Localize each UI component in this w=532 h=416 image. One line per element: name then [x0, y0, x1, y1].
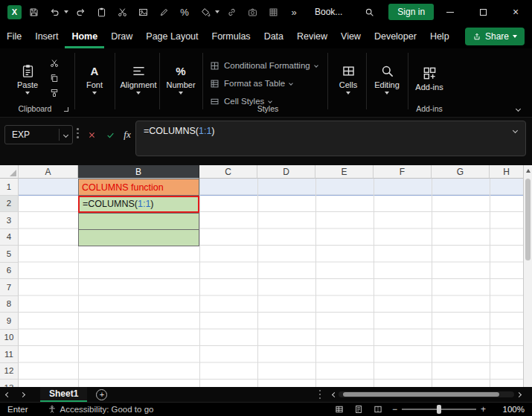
qat-overflow-icon[interactable]: » [285, 2, 303, 22]
normal-view-button[interactable] [330, 403, 349, 415]
vertical-scroll-thumb[interactable] [525, 179, 531, 260]
name-box-chevron[interactable] [63, 132, 68, 137]
tab-file[interactable]: File [0, 24, 28, 48]
sheet-nav-left-chevron[interactable] [0, 393, 15, 397]
row-header-5[interactable]: 5 [0, 246, 19, 263]
draw-pen-icon[interactable] [155, 2, 173, 22]
format-painter-button[interactable] [48, 87, 61, 99]
row-header-2[interactable]: 2 [0, 196, 19, 213]
tab-page-layout[interactable]: Page Layout [139, 24, 205, 48]
alignment-group-button[interactable]: Alignment [118, 54, 159, 103]
row-header-8[interactable]: 8 [0, 296, 19, 313]
column-header-a[interactable]: A [19, 165, 78, 179]
add-sheet-button[interactable]: + [96, 389, 107, 400]
tab-home[interactable]: Home [65, 24, 104, 48]
cut-icon[interactable] [113, 2, 131, 22]
undo-icon[interactable] [45, 2, 63, 22]
cancel-button[interactable] [83, 125, 100, 144]
undo-dropdown-caret[interactable] [64, 10, 68, 13]
cells-area[interactable]: COLUMNS function =COLUMNS(1:1) [19, 179, 523, 387]
row-header-1[interactable]: 1 [0, 179, 19, 196]
cell-b1[interactable]: COLUMNS function [78, 179, 199, 196]
page-layout-view-button[interactable] [349, 403, 368, 415]
column-header-g[interactable]: G [432, 165, 490, 179]
row-header-11[interactable]: 11 [0, 346, 19, 363]
share-button[interactable]: Share [465, 28, 525, 45]
format-as-table-button[interactable]: Format as Table [210, 75, 326, 92]
row-header-10[interactable]: 10 [0, 330, 19, 347]
tab-draw[interactable]: Draw [104, 24, 139, 48]
row-header-7[interactable]: 7 [0, 279, 19, 296]
redo-icon[interactable] [71, 2, 89, 22]
camera-icon[interactable] [243, 2, 261, 22]
column-header-c[interactable]: C [199, 165, 257, 179]
zoom-in-button[interactable]: + [476, 404, 490, 415]
save-icon[interactable] [25, 2, 42, 22]
tab-review[interactable]: Review [290, 24, 334, 48]
page-break-preview-button[interactable] [368, 403, 388, 415]
zoom-level[interactable]: 100% [490, 405, 525, 414]
formula-input[interactable]: =COLUMNS(1:1) [135, 121, 526, 156]
fill-color-caret[interactable] [215, 10, 219, 13]
column-header-d[interactable]: D [257, 165, 315, 179]
insert-function-button[interactable]: fx [119, 125, 135, 144]
addins-button[interactable]: Add-ins [411, 54, 448, 103]
sheet-nav-right-chevron[interactable] [15, 393, 30, 397]
row-header-9[interactable]: 9 [0, 313, 19, 330]
editing-group-button[interactable]: Editing [369, 54, 405, 103]
column-header-b[interactable]: B [78, 165, 199, 179]
close-button[interactable]: × [499, 0, 532, 24]
tab-help[interactable]: Help [423, 24, 456, 48]
vertical-scrollbar[interactable] [523, 165, 532, 387]
minimize-button[interactable] [434, 0, 467, 24]
conditional-formatting-button[interactable]: Conditional Formatting [210, 57, 326, 74]
maximize-button[interactable] [467, 0, 499, 24]
tab-formulas[interactable]: Formulas [205, 24, 257, 48]
number-group-button[interactable]: % Number [162, 54, 199, 103]
column-header-h[interactable]: H [490, 165, 523, 179]
row-header-4[interactable]: 4 [0, 229, 19, 246]
tab-insert[interactable]: Insert [28, 24, 65, 48]
sign-in-button[interactable]: Sign in [388, 4, 434, 20]
tab-view[interactable]: View [334, 24, 368, 48]
fill-color-icon[interactable] [196, 2, 214, 22]
row-header-13[interactable]: 13 [0, 380, 19, 387]
row-header-6[interactable]: 6 [0, 263, 19, 280]
sheet-tab-sheet1[interactable]: Sheet1 [40, 387, 87, 402]
zoom-slider[interactable] [402, 409, 476, 410]
clipboard-icon[interactable] [92, 2, 110, 22]
column-header-f[interactable]: F [374, 165, 432, 179]
scroll-up-arrow-icon[interactable] [526, 169, 531, 173]
table-icon[interactable] [264, 2, 282, 22]
row-header-12[interactable]: 12 [0, 363, 19, 380]
link-icon[interactable] [222, 2, 240, 22]
zoom-out-button[interactable]: − [388, 404, 402, 415]
cells-group-button[interactable]: Cells [332, 54, 365, 103]
clipboard-dialog-launcher[interactable] [64, 107, 68, 112]
tab-data[interactable]: Data [257, 24, 290, 48]
cell-b2-active[interactable]: =COLUMNS(1:1) [78, 196, 199, 214]
expand-formula-bar-chevron[interactable] [513, 128, 518, 133]
font-group-button[interactable]: A Font [77, 54, 112, 103]
formula-bar-grip[interactable] [77, 128, 79, 138]
column-header-e[interactable]: E [315, 165, 374, 179]
row-header-3[interactable]: 3 [0, 212, 19, 229]
cell-b3[interactable] [78, 213, 199, 230]
select-all-corner[interactable] [0, 165, 19, 179]
horizontal-scrollbar[interactable] [327, 387, 526, 402]
tab-developer[interactable]: Developer [368, 24, 423, 48]
zoom-slider-thumb[interactable] [437, 405, 441, 414]
enter-button[interactable] [102, 125, 118, 144]
accessibility-checker[interactable]: Accessibility: Good to go [48, 405, 154, 414]
collapse-ribbon-chevron[interactable] [516, 106, 521, 112]
cell-b4[interactable] [78, 229, 199, 246]
name-box[interactable]: EXP [4, 125, 73, 144]
picture-icon[interactable] [134, 2, 152, 22]
cut-button[interactable] [48, 57, 61, 69]
copy-button[interactable] [48, 72, 61, 84]
percent-format-icon[interactable]: % [176, 2, 193, 22]
excel-logo-icon[interactable]: X [7, 5, 22, 19]
search-icon[interactable] [360, 2, 378, 22]
paste-button[interactable]: Paste [10, 54, 45, 103]
hscroll-thumb[interactable] [343, 392, 499, 397]
